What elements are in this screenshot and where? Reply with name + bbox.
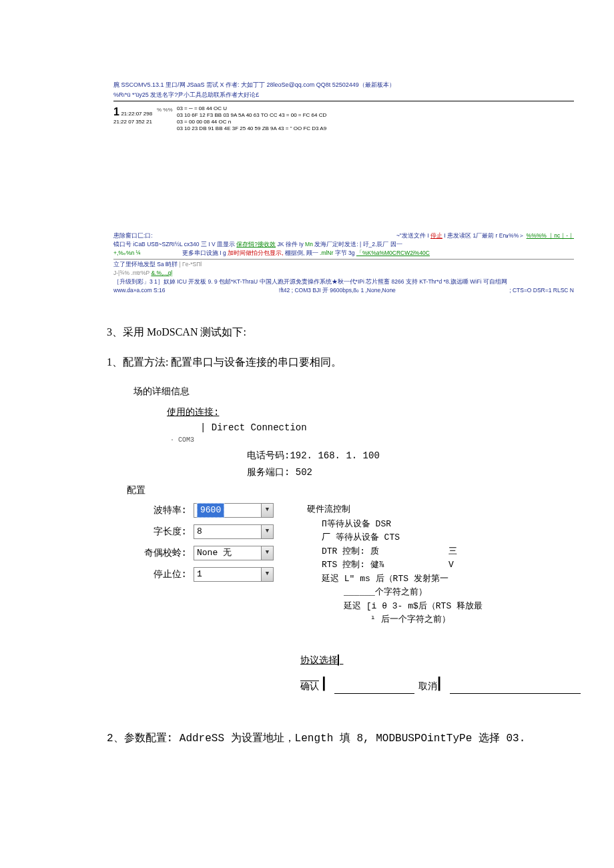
flow-header: 硬件流控制 [307,503,581,516]
wordlen-value: 8 [197,525,202,538]
chevron-down-icon: ▼ [261,546,273,560]
toolbar-row-1-right: ~"发送文件 I 停止 I 患发读区 1厂最前 r En₃%%＞ %%%% ｜n… [396,232,574,240]
rts-row[interactable]: RTS 控制: 健⅞ V [307,558,581,572]
status-left: www.da»a.com S:16 [113,287,165,294]
phone-value: 192. 168. 1. 100 [290,450,379,461]
sscom-window: 腕 SSCOMV5.13.1 里口/网 JSaaS 需试 X 作者: 大如丁丁 … [113,81,574,294]
stopbit-label: 停止位: [127,568,194,582]
bar-icon: ▎ [322,680,330,694]
phone-row: 电话号码:192. 168. 1. 100 [247,449,581,463]
status-bar: www.da»a.com S:16 !ft42 ; COM3 BJI 开 960… [113,287,574,294]
ok-button[interactable]: 确认 [300,680,322,694]
dtr-row[interactable]: DTR 控制: 质 三 [307,545,581,558]
stopbit-row: 停止位: 1 ▼ [127,567,294,582]
sscom-title: 腕 SSCOMV5.13.1 里口/网 JSaaS 需试 X 作者: 大如丁丁 … [113,81,574,89]
port-value: 502 [290,467,312,478]
baud-row: 波特率: 9600 ▼ [127,503,294,518]
row3-a: 更多串口设施 I g [182,250,228,256]
stopbit-select[interactable]: 1 ▼ [194,567,274,582]
wait-cts[interactable]: 厂 等待从设备 CTS [307,531,581,544]
send-file-label: ~"发送文件 I [396,232,430,239]
parity-select[interactable]: None 无 ▼ [194,546,274,560]
rts-value: V [448,558,454,572]
log-hex-row: 03 = ─ = 08 44 OC U [177,105,574,112]
baud-select[interactable]: 9600 ▼ [194,503,274,518]
delay-tx: 延迟 L" ms 后（RTS 发射第一 [307,572,581,586]
config-header: 配置 [127,484,581,498]
connection-value[interactable]: | Direct Connection [200,421,581,435]
parity-label: 奇偶校蛉: [127,546,194,560]
bar-icon: ▎ [437,680,446,694]
toolbar-row-3: +,%ₑ%n ¼ 更多串口设施 I g 加时间做怕分包显示, 棚据倒, 顾一 .… [113,250,574,257]
delay-tx-b: ______个字符之前） [307,586,581,599]
log-pct: % %% [157,105,177,132]
separator [450,685,581,694]
connection-label: 使用的连接: [167,406,581,420]
dtr-value: 三 [448,545,457,558]
log-ts-1: 21:22:07 298 [121,111,152,117]
stop-link[interactable]: 停止 [430,232,442,239]
port-row: 服务端口: 502 [247,466,581,480]
baud-label: 波特率: [127,504,194,518]
row1-tail[interactable]: %%%% ｜nc｜-｜ [527,232,574,239]
port-label: 镐口号 iCaB USB~SZRI½L cx340 [113,241,200,248]
rts-label: RTS 控制: 健⅞ [322,558,448,572]
baud-value: 9600 [197,503,224,518]
parity-value: None 无 [197,546,232,560]
log-hex: 03 = ─ = 08 44 OC U 03 10 6F 12 F3 BB 03… [177,105,574,132]
wordlen-select[interactable]: 8 ▼ [194,524,274,539]
chevron-down-icon: ▼ [261,568,273,581]
row4-a: 立了里怀地发型 Sa 畤羘 [113,261,179,268]
phone-label: 电话号码: [247,450,290,461]
port-label: 服务端口: [247,467,290,478]
protocol-select-button[interactable]: 协议选择▎ [300,654,581,668]
row3-mlnr: .mlNr [320,250,333,256]
row5-a: J-|¾% .mtr%P [113,270,151,276]
log-ts-2: 21:22 07 352 21 [113,119,157,125]
wait-dsr[interactable]: П等待从设备 DSR [307,518,581,531]
sscom-toolbar: 患除窗口匚:口: ~"发送文件 I 停止 I 患发读区 1厂最前 r En₃%%… [113,232,574,294]
config-area: 波特率: 9600 ▼ 字长度: 8 ▼ 奇偶校蛉: None 无 ▼ [127,503,581,627]
row2-mn: Mn [305,241,313,248]
toolbar-row-2: 镐口号 iCaB USB~SZRI½L cx340 三 I V 皿显示 保存悄?… [113,241,574,248]
row5-b[interactable]: &.%,..,ql [151,270,172,276]
ok-cancel-row: 确认 ▎ 取消 ▎ [300,680,581,694]
config-left: 波特率: 9600 ▼ 字长度: 8 ▼ 奇偶校蛉: None 无 ▼ [127,503,294,627]
chevron-down-icon: ▼ [261,525,273,538]
row3-b: 棚据倒, 顾一 [285,250,320,256]
dtr-label: DTR 控制: 质 [322,545,448,558]
row2-b: JK 徐件 Iy [277,241,305,248]
wordlen-row: 字长度: 8 ▼ [127,524,294,539]
row2-a: 三 I V 皿显示 [201,241,236,248]
stopbit-value: 1 [197,568,202,581]
toolbar-row-1: 患除窗口匚:口: ~"发送文件 I 停止 I 患发读区 1厂最前 r En₃%%… [113,232,574,240]
toolbar-row-5: J-|¾% .mtr%P &.%,..,ql [113,270,574,277]
status-mid: !ft42 ; COM3 BJI 开 9600bps,8₀ 1 ,None,No… [279,287,396,294]
row4-b: | Гe-*SПl [179,261,202,268]
paragraph-config-method: 1、配置方法: 配置串口与设备连接的串口要相同。 [107,354,574,371]
sscom-log-area: 1 21:22:07 298 21:22 07 352 21 % %% 03 =… [113,105,574,132]
dialog-buttons: 协议选择▎ 确认 ▎ 取消 ▎ [127,654,581,694]
delay-rel-b: ¹ 后一个字符之前） [307,613,581,626]
log-hex-row: 03 10 23 DB 91 BB 4E 3F 25 40 59 ZB 9A 4… [177,125,574,132]
row3-tail[interactable]: 「%K%a%M0CRCW2i%40C [356,250,430,256]
log-index: 1 [113,105,119,119]
save-link[interactable]: 保存悄?接收效 [236,241,276,248]
flow-control: 硬件流控制 П等待从设备 DSR 厂 等待从设备 CTS DTR 控制: 质 三… [294,503,581,627]
sscom-subtitle: %Rı*ü *'üy25 发送名字?尹小工具总助联系作者大好论£ [113,91,574,101]
connection-dialog: 场的详细信息 使用的连接: | Direct Connection · COM3… [127,384,581,694]
paragraph-modscan-intro: 3、采用 MoDSCAN 测试如下: [107,324,574,341]
wordlen-label: 字长度: [127,525,194,539]
connection-label-text: 使用的连接: [167,407,219,418]
toolbar-row-6: ［升级到彩」3 1］奴婥 ICU 开发板 9. 9 包邮*KT-ThraU 中国… [113,278,574,286]
toolbar-row-4: 立了里怀地发型 Sa 畤羘 | Гe-*SПl [113,259,574,268]
cancel-button[interactable]: 取消 [418,680,437,694]
row2-c: 发海厂定时发送: | 吁_2.辰厂 因一 [314,241,402,248]
status-right: ; CTS=O DSR=1 RLSC N [509,287,574,294]
log-hex-row: 03 = 00 00 08 44 OC n [177,119,574,125]
dialog-title: 场的详细信息 [133,385,581,399]
row3-c: 字节 3g [335,250,356,256]
com-label: · COM3 [170,435,581,445]
clear-window-label[interactable]: 患除窗口匚:口: [113,232,153,240]
row3-left: +,%ₑ%n ¼ [113,250,141,256]
